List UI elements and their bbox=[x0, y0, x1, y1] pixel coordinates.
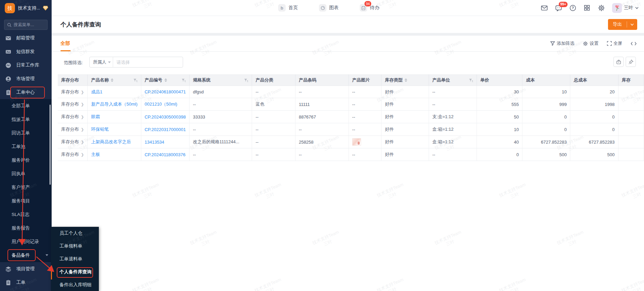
sidebar-item-市场管理[interactable]: 市场管理 bbox=[0, 72, 52, 86]
cell-库存分布[interactable]: 库存分布❯ bbox=[58, 136, 88, 148]
nav-item-charts[interactable]: 图表 bbox=[319, 4, 339, 12]
column-header-产品名称[interactable]: 产品名称 bbox=[88, 74, 141, 86]
column-header-总成本[interactable]: 总成本 bbox=[570, 74, 618, 86]
nav-item-todo[interactable]: 待办 94 bbox=[360, 4, 379, 12]
record-link[interactable]: 眼霜 bbox=[91, 114, 100, 119]
column-filter-icon[interactable] bbox=[133, 78, 138, 83]
submenu-item-服务报告[interactable]: 服务报告 bbox=[0, 221, 52, 235]
column-header-产品编号[interactable]: 产品编号 bbox=[141, 74, 190, 86]
export-dropdown-caret[interactable] bbox=[627, 23, 637, 26]
distribution-link[interactable]: 库存分布 bbox=[61, 139, 79, 144]
fullscreen-button[interactable]: 全屏 bbox=[607, 40, 622, 47]
column-header-产品图片[interactable]: 产品图片 bbox=[349, 74, 381, 86]
code-view-button[interactable] bbox=[631, 41, 637, 46]
submenu-item-服务评价[interactable]: 服务评价 bbox=[0, 153, 52, 167]
flyout-item-个人备件库查询[interactable]: 个人备件库查询 bbox=[51, 266, 99, 278]
record-link[interactable]: 环保铅笔 bbox=[91, 127, 109, 132]
record-link[interactable]: CP.20240118000376 bbox=[145, 152, 185, 157]
menu-search-input[interactable]: 搜索菜单... bbox=[4, 20, 48, 30]
record-link[interactable]: CP.20220317000001 bbox=[145, 127, 186, 132]
nav-item-home[interactable]: b 首页 bbox=[278, 4, 298, 12]
column-header-规格系统[interactable]: 规格系统 bbox=[190, 74, 252, 86]
column-header-单价[interactable]: 单价 bbox=[477, 74, 522, 86]
product-thumbnail[interactable] bbox=[352, 138, 361, 146]
submenu-item-服务项目[interactable]: 服务项目 bbox=[0, 194, 52, 208]
table-settings-button[interactable]: 设置 bbox=[583, 40, 598, 47]
column-filter-icon[interactable] bbox=[244, 78, 248, 83]
distribution-link[interactable]: 库存分布 bbox=[61, 152, 79, 157]
record-link[interactable]: CP.20240305000398 bbox=[145, 114, 186, 120]
column-header-库存分布[interactable]: 库存分布 bbox=[58, 74, 88, 86]
mail-icon[interactable] bbox=[541, 4, 548, 12]
cell-库存分布[interactable]: 库存分布❯ bbox=[58, 86, 88, 98]
submenu-item-指派工单[interactable]: 指派工单 bbox=[0, 113, 52, 126]
nav-tabs: b 首页 图表 bbox=[278, 4, 379, 12]
apps-grid-icon[interactable] bbox=[584, 4, 591, 12]
record-link[interactable]: 上架商品改名字之后 bbox=[91, 139, 131, 144]
record-link[interactable]: 主板 bbox=[91, 152, 100, 157]
record-link[interactable]: 成品1 bbox=[91, 89, 102, 94]
distribution-link[interactable]: 库存分布 bbox=[61, 102, 79, 107]
sort-icon[interactable] bbox=[111, 78, 113, 82]
add-filter-button[interactable]: 添加筛选 bbox=[550, 40, 574, 47]
save-scheme-button[interactable] bbox=[613, 57, 624, 67]
sidebar-item-工单中心[interactable]: 工单中心 bbox=[0, 86, 52, 99]
cell-产品分类: -- bbox=[252, 148, 295, 161]
column-header-库存[interactable]: 库存 bbox=[619, 74, 644, 86]
submenu-item-用户访问记录[interactable]: 用户访问记录 bbox=[0, 235, 52, 249]
submenu-item-工单池[interactable]: 工单池 bbox=[0, 140, 52, 153]
export-button[interactable]: 导出 bbox=[608, 19, 637, 30]
column-header-成本[interactable]: 成本 bbox=[522, 74, 570, 86]
sidebar-item-邮箱管理[interactable]: 邮箱管理 bbox=[0, 31, 52, 45]
cell-库存分布[interactable]: 库存分布❯ bbox=[58, 148, 88, 161]
flyout-item-员工个人仓[interactable]: 员工个人仓 bbox=[51, 227, 99, 240]
submenu-item-回执单[interactable]: 回执单 bbox=[0, 167, 52, 181]
sidebar-item-项目管理[interactable]: 项目管理 bbox=[0, 262, 52, 276]
cell-库存分布[interactable]: 库存分布❯ bbox=[58, 98, 88, 111]
flyout-item-工单退料单[interactable]: 工单退料单 bbox=[51, 253, 99, 266]
record-link[interactable]: CP.20240618000471 bbox=[145, 89, 186, 94]
record-link[interactable]: 新产品导入成本（50ml) bbox=[91, 102, 138, 107]
sidebar-item-短信群发[interactable]: 短信群发 bbox=[0, 45, 52, 58]
flyout-item-工单领料单[interactable]: 工单领料单 bbox=[51, 240, 99, 253]
tab-all[interactable]: 全部 bbox=[60, 36, 70, 51]
distribution-link[interactable]: 库存分布 bbox=[61, 114, 79, 119]
cell-规格系统: 33333 bbox=[190, 111, 252, 123]
cell-库存分布[interactable]: 库存分布❯ bbox=[58, 123, 88, 136]
flyout-item-备件出入库明细[interactable]: 备件出入库明细 bbox=[51, 278, 99, 291]
column-filter-icon[interactable] bbox=[469, 78, 473, 83]
distribution-link[interactable]: 库存分布 bbox=[61, 89, 79, 94]
chevron-right-icon: ❯ bbox=[81, 102, 84, 106]
owner-value-input[interactable] bbox=[113, 60, 183, 65]
submenu-item-全部工单[interactable]: 全部工单 bbox=[0, 99, 52, 113]
user-menu[interactable]: 三叶 bbox=[612, 3, 639, 13]
help-icon[interactable]: ? bbox=[569, 4, 576, 12]
column-filter-icon[interactable] bbox=[181, 78, 186, 83]
column-header-产品条码[interactable]: 产品条码 bbox=[296, 74, 349, 86]
pin-button[interactable] bbox=[626, 57, 636, 67]
sort-icon[interactable] bbox=[405, 78, 407, 82]
sidebar-item-日常工作库[interactable]: 日常工作库 bbox=[0, 58, 52, 72]
record-link[interactable]: 0021210（50ml) bbox=[145, 102, 177, 107]
tab-all-label: 全部 bbox=[60, 40, 70, 47]
chevron-right-icon: ❯ bbox=[81, 127, 84, 131]
owner-select[interactable]: 所属人 bbox=[90, 59, 111, 65]
submenu-item-spare-parts[interactable]: 备品备件 bbox=[0, 249, 52, 262]
submenu-item-回访工单[interactable]: 回访工单 bbox=[0, 126, 52, 140]
column-header-库存类型[interactable]: 库存类型 bbox=[381, 74, 429, 86]
submenu-item-SLA日志[interactable]: SLA日志 bbox=[0, 208, 52, 221]
submenu-item-客户资产[interactable]: 客户资产 bbox=[0, 181, 52, 194]
column-label: 产品名称 bbox=[91, 77, 109, 83]
record-link[interactable]: 13413534 bbox=[145, 140, 164, 145]
sort-icon[interactable] bbox=[164, 78, 167, 82]
flower-icon bbox=[614, 4, 620, 11]
cell-库存分布[interactable]: 库存分布❯ bbox=[58, 111, 88, 123]
distribution-link[interactable]: 库存分布 bbox=[61, 127, 79, 132]
column-header-产品单位[interactable]: 产品单位 bbox=[429, 74, 477, 86]
column-header-产品分类[interactable]: 产品分类 bbox=[252, 74, 295, 86]
sidebar-scrollbar[interactable] bbox=[50, 105, 51, 185]
workspace-switcher[interactable]: 技 技术支持... bbox=[0, 0, 52, 16]
settings-gear-icon[interactable] bbox=[598, 4, 605, 12]
messages-icon[interactable]: 99+ bbox=[555, 4, 562, 12]
sidebar-item-工单[interactable]: 工单 bbox=[0, 276, 52, 289]
